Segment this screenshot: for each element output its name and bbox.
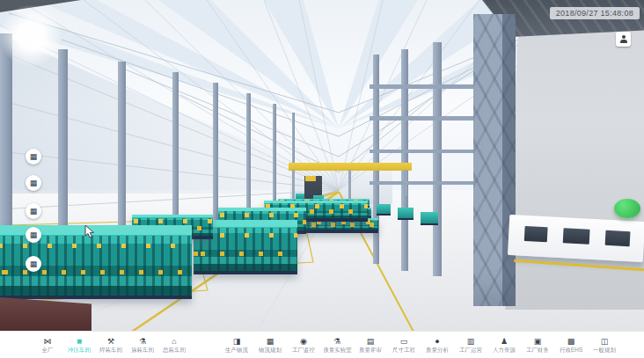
panel-button-4[interactable]: ▦ [26,227,41,243]
briefcase-icon: ▣ [534,337,542,346]
panel-button-3[interactable]: ▦ [26,203,41,219]
stamping-shop-icon: ■ [77,337,82,346]
distant-machine [377,204,391,216]
whole-plant-icon: ⋈ [44,337,52,346]
crane-leg [405,170,407,196]
tab-shop-welding[interactable]: ⚒ 焊装车间 [95,337,127,354]
tab-module-admin-ehs[interactable]: ▩ 行政EHS [554,337,588,354]
welding-shop-icon: ⚒ [107,337,114,346]
shield-icon: ● [435,337,439,346]
rack-beam [370,84,479,89]
wall-console-shelf [508,215,644,262]
truck-icon: ◨ [233,337,241,346]
flask-icon: ⚗ [333,337,340,346]
status-green-object [614,199,640,218]
painting-shop-icon: ⚗ [139,337,146,346]
foreground-steel-column [473,14,516,306]
tab-module-production-logistics[interactable]: ◨ 生产物流 [220,337,253,354]
mouse-cursor [84,225,97,239]
tab-module-factory-operations[interactable]: ▥ 工厂运营 [454,337,487,354]
planning-icon: ▦ [267,337,274,346]
grid-icon: ▩ [567,337,575,346]
rack-beam [370,150,479,153]
review-icon: ▤ [367,337,375,346]
timestamp: 2018/09/27 15:48:08 [550,7,640,19]
panel-icon: ▦ [30,208,38,216]
panel-button-1[interactable]: ▦ [26,149,41,164]
panel-icon: ▦ [30,260,38,268]
tab-module-factory-finance[interactable]: ▣ 工厂财务 [521,337,554,354]
rack-beam [370,181,479,185]
person-icon: ♟ [501,337,508,346]
tab-module-logistics-planning[interactable]: ▦ 物流规划 [253,337,287,354]
rack-column [433,42,442,276]
panel-button-5[interactable]: ▦ [26,256,41,272]
module-nav: ◨ 生产物流 ▦ 物流规划 ◉ 工厂监控 ⚗ 质量实验室 ▤ 质量评审 ▭ 尺寸… [220,332,621,358]
console-screen [605,230,631,246]
tab-module-dimensional-engineering[interactable]: ▭ 尺寸工程 [387,337,421,354]
operations-icon: ▥ [467,337,475,346]
panel-icon: ▦ [30,153,38,161]
distant-machine [398,208,413,220]
tab-module-quality-analysis[interactable]: ● 质量分析 [421,337,454,354]
panel-button-2[interactable]: ▦ [26,175,41,191]
light-glare [0,5,62,67]
tab-module-quality-review[interactable]: ▤ 质量评审 [354,337,387,354]
panel-icon: ▦ [30,231,38,239]
layout-icon: ◫ [601,337,609,346]
digital-twin-app: 2018/09/27 15:48:08 ▦ ▦ ▦ ▦ ▦ ⋈ 全厂 ■ 冲压车… [0,0,644,358]
console-screen [563,228,590,245]
distant-machine [421,212,438,225]
tab-shop-painting[interactable]: ⚗ 涂装车间 [127,337,158,354]
user-button[interactable] [616,32,631,47]
panel-icon: ▦ [30,179,38,187]
viewport-3d[interactable] [0,0,644,332]
camera-icon: ◉ [300,337,307,346]
user-icon [619,35,628,44]
tab-module-quality-lab[interactable]: ⚗ 质量实验室 [320,337,354,354]
assembly-shop-icon: ⌂ [172,337,176,346]
bottom-toolbar: ⋈ 全厂 ■ 冲压车间 ⚒ 焊装车间 ⚗ 涂装车间 ⌂ 总装车间 ◨ [0,331,644,358]
tab-shop-whole-plant[interactable]: ⋈ 全厂 [32,337,63,354]
tab-module-general-planning[interactable]: ◫ 一般规划 [588,337,621,354]
crane-leg [348,170,351,200]
console-screen [524,226,548,242]
shop-nav: ⋈ 全厂 ■ 冲压车间 ⚒ 焊装车间 ⚗ 涂装车间 ⌂ 总装车间 [32,332,190,358]
ruler-icon: ▭ [400,337,408,346]
rack-beam [370,116,479,121]
rack-column [401,49,408,271]
tab-shop-assembly[interactable]: ⌂ 总装车间 [158,337,190,354]
tab-shop-stamping[interactable]: ■ 冲压车间 [63,337,95,354]
tab-module-factory-monitoring[interactable]: ◉ 工厂监控 [287,337,320,354]
tab-module-human-resources[interactable]: ♟ 人力资源 [487,337,521,354]
